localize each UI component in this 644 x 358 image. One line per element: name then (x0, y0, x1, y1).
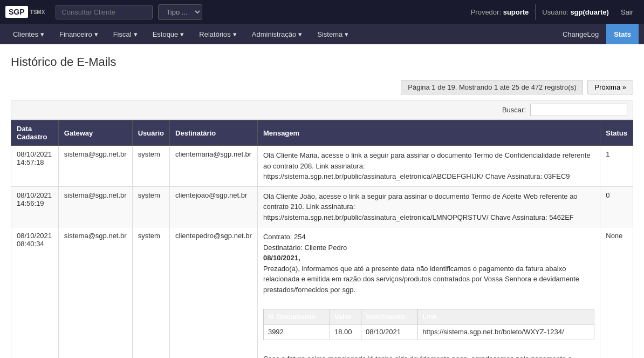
provider-value: suporte (503, 8, 529, 16)
user-label: Usuário: (542, 8, 568, 16)
fiscal-arrow: ▾ (134, 30, 138, 38)
page-title: Histórico de E-Mails (11, 55, 633, 69)
cell-mensagem: Olá Cliente João, acesse o link a seguir… (257, 186, 600, 227)
navbar-right: ChangeLog Stats (555, 24, 639, 44)
user-value: sgp(duarte) (570, 8, 609, 16)
relatorios-arrow: ▾ (233, 30, 237, 38)
search-bar: Buscar: (11, 100, 633, 120)
cell-gateway: sistema@sgp.net.br (58, 227, 132, 359)
cell-usuario: system (132, 186, 169, 227)
nav-sistema[interactable]: Sistema ▾ (310, 24, 356, 44)
msg-table-col-vencimento: Vencimento (361, 309, 417, 325)
type-select[interactable]: Tipo ... (158, 4, 202, 20)
table-row: 08/10/2021 14:57:18 sistema@sgp.net.br s… (11, 146, 633, 187)
col-usuario: Usuário (132, 120, 169, 146)
provider-label: Provedor: (471, 8, 501, 16)
administracao-arrow: ▾ (298, 30, 302, 38)
topbar-right: Provedor: suporte Usuário: sgp(duarte) S… (471, 4, 639, 20)
nav-relatorios[interactable]: Relatórios ▾ (191, 24, 244, 44)
cell-data: 08/10/2021 14:57:18 (11, 146, 59, 187)
col-mensagem: Mensagem (257, 120, 600, 146)
col-gateway: Gateway (58, 120, 132, 146)
logo: SGP TSMX (5, 6, 45, 18)
cell-status: None (600, 227, 633, 359)
cell-gateway: sistema@sgp.net.br (58, 186, 132, 227)
page-content: Histórico de E-Mails Página 1 de 19. Mos… (0, 44, 644, 358)
table-header-row: Data Cadastro Gateway Usuário Destinatár… (11, 120, 633, 146)
search-label: Buscar: (502, 106, 526, 114)
logo-text: SGP (5, 6, 28, 18)
msg-cell-valor: 18.00 (330, 325, 361, 340)
sair-button[interactable]: Sair (615, 5, 639, 19)
topbar-divider (535, 4, 536, 20)
msg-cell-link: https://sistema.sgp.net.br/boleto/WXYZ-1… (418, 325, 594, 340)
col-status: Status (600, 120, 633, 146)
cell-mensagem: Contrato: 254 Destinatário: Cliente Pedr… (257, 227, 600, 359)
msg-table-row: 3992 18.00 08/10/2021 https://sistema.sg… (263, 325, 594, 340)
msg-text: Olá Cliente Maria, acesse o link a segui… (263, 150, 594, 182)
cell-status: 1 (600, 146, 633, 187)
nav-estoque[interactable]: Estoque ▾ (145, 24, 192, 44)
nav-administracao[interactable]: Administração ▾ (244, 24, 310, 44)
msg-table-col-link: Link (418, 309, 594, 325)
clientes-arrow: ▾ (40, 30, 44, 38)
col-destinatario: Destinatário (170, 120, 258, 146)
sistema-arrow: ▾ (345, 30, 348, 38)
search-input[interactable] (56, 5, 153, 19)
financeiro-arrow: ▾ (94, 30, 98, 38)
msg-cell-vencimento: 08/10/2021 (361, 325, 417, 340)
table-row: 08/10/2021 08:40:34 sistema@sgp.net.br s… (11, 227, 633, 359)
topbar: SGP TSMX Tipo ... Provedor: suporte Usuá… (0, 0, 644, 24)
msg-date-bold: 08/10/2021, (263, 254, 300, 262)
cell-status: 0 (600, 186, 633, 227)
nav-fiscal[interactable]: Fiscal ▾ (106, 24, 145, 44)
nav-clientes[interactable]: Clientes ▾ (5, 24, 52, 44)
cell-usuario: system (132, 146, 169, 187)
cell-destinatario: clientepedro@sgp.net.br (170, 227, 258, 359)
stats-button[interactable]: Stats (606, 24, 639, 44)
cell-destinatario: clientejoao@sgp.net.br (170, 186, 258, 227)
cell-gateway: sistema@sgp.net.br (58, 146, 132, 187)
emails-table: Data Cadastro Gateway Usuário Destinatár… (11, 120, 633, 358)
cell-destinatario: clientemaria@sgp.net.br (170, 146, 258, 187)
cell-usuario: system (132, 227, 169, 359)
msg-table-col-valor: Valor (330, 309, 361, 325)
msg-inner-table: N. Documento Valor Vencimento Link 3992 … (263, 309, 594, 340)
next-button[interactable]: Próxima » (587, 80, 633, 94)
logo-sub: TSMX (30, 9, 45, 15)
navbar: Clientes ▾ Financeiro ▾ Fiscal ▾ Estoque… (0, 24, 644, 44)
cell-mensagem: Olá Cliente Maria, acesse o link a segui… (257, 146, 600, 187)
cell-data: 08/10/2021 08:40:34 (11, 227, 59, 359)
pagination-info: Página 1 de 19. Mostrando 1 até 25 de 47… (401, 80, 583, 94)
table-row: 08/10/2021 14:56:19 sistema@sgp.net.br s… (11, 186, 633, 227)
col-data: Data Cadastro (11, 120, 59, 146)
estoque-arrow: ▾ (180, 30, 184, 38)
nav-financeiro[interactable]: Financeiro ▾ (52, 24, 106, 44)
msg-table-col-ndoc: N. Documento (263, 309, 330, 325)
pagination-bar: Página 1 de 19. Mostrando 1 até 25 de 47… (11, 80, 633, 94)
msg-text-complex: Contrato: 254 Destinatário: Cliente Pedr… (263, 232, 594, 358)
buscar-input[interactable] (530, 104, 627, 116)
msg-text: Olá Cliente João, acesse o link a seguir… (263, 191, 594, 223)
cell-data: 08/10/2021 14:56:19 (11, 186, 59, 227)
changelog-link[interactable]: ChangeLog (555, 24, 606, 44)
msg-cell-ndoc: 3992 (263, 325, 330, 340)
